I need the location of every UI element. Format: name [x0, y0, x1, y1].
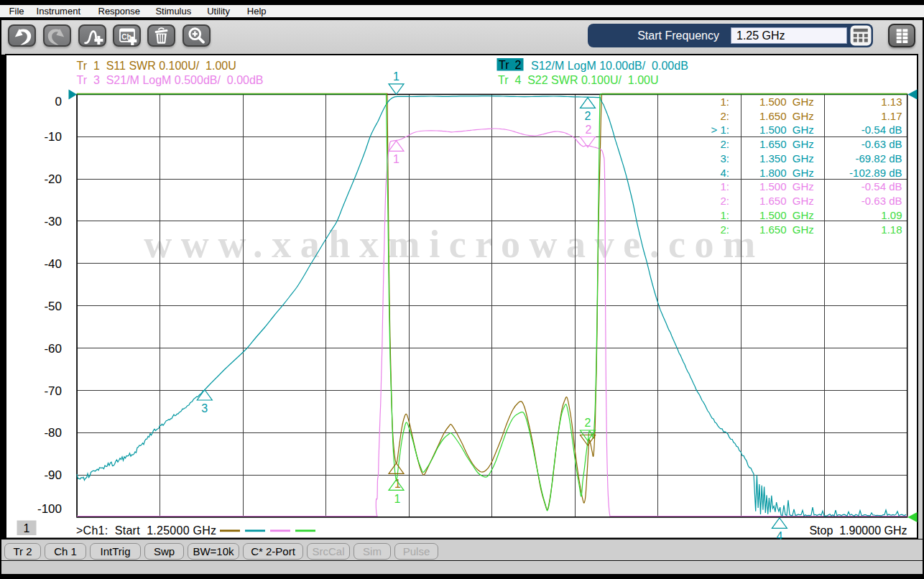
- svg-text:1.09: 1.09: [881, 209, 902, 221]
- svg-text:-0.63 dB: -0.63 dB: [861, 195, 902, 207]
- svg-text:1.650 GHz: 1.650 GHz: [759, 195, 814, 207]
- svg-text:3: 3: [201, 402, 208, 414]
- svg-text:2:: 2:: [720, 110, 729, 122]
- svg-text:S12/M LogM 10.00dB/ 0.00dB: S12/M LogM 10.00dB/ 0.00dB: [531, 60, 688, 72]
- svg-text:-30: -30: [44, 215, 62, 228]
- svg-text:-90: -90: [44, 468, 62, 482]
- svg-text:2: 2: [585, 417, 591, 429]
- svg-text:1.18: 1.18: [881, 223, 902, 236]
- svg-text:-0.54 dB: -0.54 dB: [861, 124, 902, 136]
- svg-text:-0.63 dB: -0.63 dB: [861, 138, 902, 150]
- svg-text:> 1:: > 1:: [711, 124, 729, 136]
- svg-text:1.500 GHz: 1.500 GHz: [759, 124, 814, 136]
- svg-text:1: 1: [24, 522, 30, 534]
- svg-text:2:: 2:: [720, 223, 729, 236]
- svg-text:3:: 3:: [720, 152, 729, 165]
- svg-text:2: 2: [586, 124, 592, 136]
- svg-text:1:: 1:: [720, 96, 729, 108]
- svg-text:2: 2: [585, 110, 591, 122]
- svg-text:1.13: 1.13: [881, 96, 902, 108]
- svg-text:1: 1: [394, 478, 401, 490]
- svg-text:2:: 2:: [720, 195, 729, 207]
- svg-text:1.500 GHz: 1.500 GHz: [759, 180, 814, 193]
- svg-text:-10: -10: [44, 130, 62, 144]
- svg-text:1.650 GHz: 1.650 GHz: [759, 223, 814, 236]
- svg-text:1: 1: [393, 153, 399, 165]
- svg-text:2: 2: [515, 59, 522, 71]
- svg-text:-80: -80: [44, 426, 62, 440]
- svg-text:Tr 1 S11 SWR 0.100U/ 1.00U: Tr 1 S11 SWR 0.100U/ 1.00U: [77, 60, 236, 72]
- svg-text:-69.82 dB: -69.82 dB: [855, 152, 902, 165]
- svg-text:1:: 1:: [720, 180, 729, 193]
- svg-text:Stop 1.90000 GHz: Stop 1.90000 GHz: [809, 524, 907, 537]
- svg-text:-70: -70: [44, 384, 62, 398]
- svg-text:-20: -20: [44, 172, 62, 186]
- svg-text:2:: 2:: [720, 138, 729, 150]
- svg-text:1.350 GHz: 1.350 GHz: [759, 152, 814, 165]
- svg-text:>Ch1: Start 1.25000 GHz: >Ch1: Start 1.25000 GHz: [76, 524, 216, 537]
- svg-text:1.500 GHz: 1.500 GHz: [759, 96, 814, 108]
- svg-text:1.500 GHz: 1.500 GHz: [759, 209, 814, 221]
- svg-text:Tr 4 S22 SWR 0.100U/ 1.00U: Tr 4 S22 SWR 0.100U/ 1.00U: [498, 74, 659, 86]
- svg-text:-60: -60: [44, 342, 62, 356]
- svg-text:1.650 GHz: 1.650 GHz: [759, 110, 814, 122]
- svg-text:1: 1: [393, 70, 399, 83]
- svg-text:-40: -40: [44, 257, 62, 271]
- svg-text:Tr 3 S21/M LogM 0.500dB/ 0.: Tr 3 S21/M LogM 0.500dB/ 0.00dB: [77, 74, 264, 86]
- svg-text:-100: -100: [37, 502, 62, 516]
- svg-text:Tr: Tr: [499, 59, 509, 71]
- svg-text:1.17: 1.17: [881, 110, 902, 122]
- svg-text:1:: 1:: [720, 209, 729, 221]
- svg-text:-102.89 dB: -102.89 dB: [849, 167, 902, 179]
- svg-text:1.800 GHz: 1.800 GHz: [759, 167, 814, 179]
- svg-text:1.650 GHz: 1.650 GHz: [759, 138, 814, 150]
- svg-text:1: 1: [394, 493, 401, 505]
- svg-text:0: 0: [55, 95, 62, 108]
- svg-text:-50: -50: [44, 300, 62, 313]
- svg-text:4:: 4:: [720, 167, 729, 179]
- svg-text:www.xahxmicrowave.com: www.xahxmicrowave.com: [144, 223, 764, 266]
- svg-text:-0.54 dB: -0.54 dB: [861, 180, 902, 193]
